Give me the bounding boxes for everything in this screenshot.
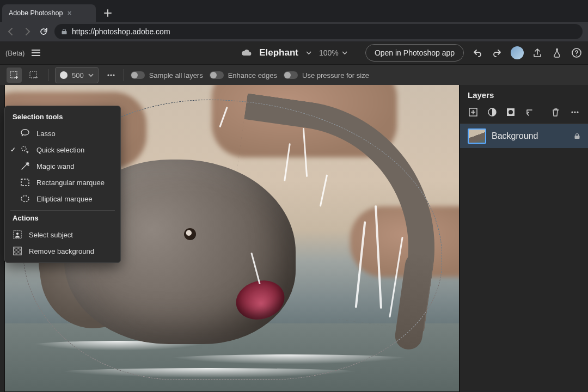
layers-panel: Layers Background <box>460 85 588 392</box>
sample-all-layers-toggle[interactable]: Sample all layers <box>131 71 203 79</box>
tool-label: Magic wand <box>36 162 74 170</box>
tool-lasso[interactable]: Lasso <box>5 125 120 142</box>
share-button[interactable] <box>531 47 543 59</box>
layer-thumbnail <box>468 128 486 144</box>
forward-button[interactable] <box>22 26 33 37</box>
brush-size-value: 500 <box>72 71 84 79</box>
svg-point-3 <box>107 74 109 76</box>
check-icon: ✓ <box>10 146 16 154</box>
url-text: https://photoshop.adobe.com <box>72 27 170 36</box>
toggle-icon <box>284 71 298 79</box>
lock-icon <box>61 28 68 35</box>
menu-button[interactable] <box>30 47 42 59</box>
add-mask-button[interactable] <box>505 106 517 118</box>
open-in-app-button[interactable]: Open in Photoshop app <box>365 44 464 62</box>
browser-tab[interactable]: Adobe Photoshop × <box>2 4 96 22</box>
divider <box>48 69 48 81</box>
magic-wand-icon <box>20 161 30 171</box>
add-layer-button[interactable] <box>468 106 479 118</box>
clip-layer-button[interactable] <box>524 106 536 118</box>
options-bar: 500 Sample all layers Enhance edges Use … <box>0 65 588 86</box>
svg-point-18 <box>577 111 578 113</box>
tool-elliptical-marquee[interactable]: Elliptical marquee <box>5 191 120 207</box>
browser-tabstrip: Adobe Photoshop × <box>0 0 588 22</box>
selection-add-icon <box>9 70 19 80</box>
enhance-edges-toggle[interactable]: Enhance edges <box>210 71 277 79</box>
chevron-down-icon[interactable] <box>306 50 311 56</box>
tool-magic-wand[interactable]: Magic wand <box>5 158 120 174</box>
tool-rectangular-marquee[interactable]: Rectangular marquee <box>5 174 120 191</box>
brush-size-dropdown[interactable]: 500 <box>55 67 99 83</box>
tool-label: Rectangular marquee <box>36 179 105 187</box>
select-subject-icon <box>13 230 22 240</box>
action-remove-background[interactable]: Remove background <box>5 243 120 259</box>
layer-row[interactable]: Background <box>460 124 588 148</box>
address-bar[interactable]: https://photoshop.adobe.com <box>54 24 583 39</box>
ellipsis-icon <box>106 70 116 80</box>
toggle-icon <box>131 71 145 79</box>
subtract-from-selection-button[interactable] <box>26 68 41 83</box>
svg-point-5 <box>113 74 114 76</box>
brush-preview-icon <box>60 71 68 79</box>
cloud-icon <box>241 49 252 57</box>
panel-heading: Actions <box>13 214 113 222</box>
layers-title: Layers <box>460 85 588 104</box>
divider <box>124 69 124 81</box>
document-title[interactable]: Elephant <box>259 47 298 58</box>
selection-tools-panel: Selection tools Lasso ✓ Quick selection … <box>4 106 121 263</box>
action-label: Remove background <box>29 247 94 255</box>
svg-point-10 <box>16 232 19 235</box>
toggle-label: Use pressure for size <box>302 71 369 79</box>
zoom-dropdown[interactable]: 100% <box>319 48 347 57</box>
use-pressure-toggle[interactable]: Use pressure for size <box>284 71 369 79</box>
workspace: Selection tools Lasso ✓ Quick selection … <box>0 85 588 392</box>
help-button[interactable] <box>571 47 583 59</box>
svg-point-17 <box>574 111 575 113</box>
ellipsis-icon <box>570 107 580 117</box>
svg-point-15 <box>509 110 513 114</box>
chevron-down-icon <box>88 72 94 78</box>
remove-background-icon <box>13 246 22 256</box>
add-adjustment-button[interactable] <box>487 106 498 118</box>
elliptical-marquee-icon <box>20 194 30 204</box>
selection-subtract-icon <box>29 70 39 80</box>
redo-button[interactable] <box>491 47 503 59</box>
new-tab-button[interactable] <box>100 5 115 21</box>
reload-button[interactable] <box>38 26 49 37</box>
toggle-icon <box>210 71 224 79</box>
tool-label: Elliptical marquee <box>36 195 93 203</box>
svg-rect-7 <box>21 179 29 186</box>
divider <box>10 210 115 211</box>
tab-title: Adobe Photoshop <box>9 9 63 17</box>
svg-point-16 <box>571 111 573 113</box>
more-options-button[interactable] <box>105 69 117 81</box>
layer-name: Background <box>492 131 538 141</box>
lasso-icon <box>20 128 30 138</box>
svg-point-8 <box>21 196 29 202</box>
tool-label: Lasso <box>36 130 56 138</box>
avatar[interactable] <box>511 46 524 59</box>
delete-layer-button[interactable] <box>550 106 562 118</box>
zoom-value: 100% <box>319 48 339 57</box>
add-to-selection-button[interactable] <box>7 68 22 83</box>
toggle-label: Sample all layers <box>149 71 203 79</box>
browser-toolbar: https://photoshop.adobe.com <box>0 22 588 41</box>
action-select-subject[interactable]: Select subject <box>5 226 120 243</box>
layers-menu-button[interactable] <box>569 106 581 118</box>
close-tab-icon[interactable]: × <box>67 9 71 17</box>
beta-label: (Beta) <box>5 49 24 57</box>
action-label: Select subject <box>29 231 73 239</box>
toggle-label: Enhance edges <box>228 71 277 79</box>
hamburger-icon <box>32 48 40 58</box>
labs-button[interactable] <box>551 47 563 59</box>
lock-icon[interactable] <box>574 133 580 139</box>
svg-point-6 <box>22 146 26 151</box>
app-header: (Beta) Elephant 100% Open in Photoshop a… <box>0 41 588 65</box>
undo-button[interactable] <box>471 47 483 59</box>
tool-quick-selection[interactable]: ✓ Quick selection <box>5 142 120 158</box>
quick-selection-icon <box>20 145 30 155</box>
back-button[interactable] <box>5 26 16 37</box>
chevron-down-icon <box>342 50 347 56</box>
canvas-area[interactable]: Selection tools Lasso ✓ Quick selection … <box>0 85 460 392</box>
svg-point-4 <box>110 74 112 76</box>
